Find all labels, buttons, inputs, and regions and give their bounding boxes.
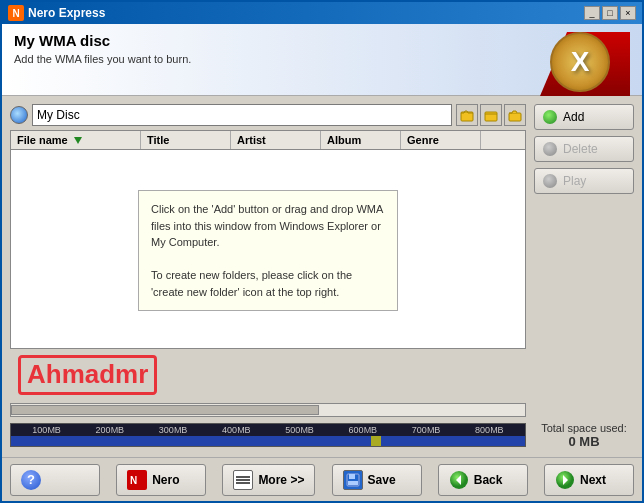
progress-bar-section: 100MB 200MB 300MB 400MB 500MB 600MB 700M… xyxy=(10,421,526,449)
help-icon: ? xyxy=(21,470,41,490)
save-button[interactable]: Save xyxy=(332,464,422,496)
hint-text: Click on the 'Add' button or drag and dr… xyxy=(151,203,383,298)
nero-icon: N xyxy=(127,470,147,490)
svg-rect-9 xyxy=(236,482,250,484)
title-bar-left: N Nero Express xyxy=(8,5,105,21)
ruler-label-200mb: 200MB xyxy=(96,425,125,435)
page-subtitle: Add the WMA files you want to burn. xyxy=(14,53,191,65)
minimize-button[interactable]: _ xyxy=(584,6,600,20)
nero-button-label: Nero xyxy=(152,473,179,487)
svg-rect-8 xyxy=(236,479,250,481)
delete-button-label: Delete xyxy=(563,142,598,156)
disc-dropdown[interactable]: My Disc xyxy=(32,104,452,126)
add-button-icon xyxy=(543,110,557,124)
add-button-label: Add xyxy=(563,110,584,124)
play-button-label: Play xyxy=(563,174,586,188)
window-controls: _ □ × xyxy=(584,6,636,20)
app-header: My WMA disc Add the WMA files you want t… xyxy=(2,24,642,96)
col-album-header: Album xyxy=(321,131,401,149)
next-button[interactable]: Next xyxy=(544,464,634,496)
more-icon xyxy=(233,470,253,490)
ruler-label-800mb: 800MB xyxy=(475,425,504,435)
next-icon xyxy=(555,470,575,490)
disc-icon xyxy=(10,106,28,124)
bottom-toolbar: ? N Nero More >> xyxy=(2,457,642,501)
scroll-thumb[interactable] xyxy=(11,405,319,415)
watermark: Ahmadmr xyxy=(10,353,526,397)
svg-rect-2 xyxy=(509,113,521,121)
more-button-label: More >> xyxy=(258,473,304,487)
header-text: My WMA disc Add the WMA files you want t… xyxy=(14,32,191,65)
delete-button-icon xyxy=(543,142,557,156)
left-panel: My Disc xyxy=(10,104,526,449)
back-button-label: Back xyxy=(474,473,503,487)
ruler-label-500mb: 500MB xyxy=(285,425,314,435)
svg-rect-1 xyxy=(485,112,497,121)
nero-button[interactable]: N Nero xyxy=(116,464,206,496)
svg-marker-3 xyxy=(74,137,82,144)
file-table: File name Title Artist Album Genre Click… xyxy=(10,130,526,349)
col-filename-header: File name xyxy=(11,131,141,149)
ruler-label-100mb: 100MB xyxy=(32,425,61,435)
app-logo: X xyxy=(550,32,630,96)
total-space-section: Total space used: 0 MB xyxy=(534,422,634,449)
window-title: Nero Express xyxy=(28,6,105,20)
app-icon: N xyxy=(8,5,24,21)
svg-text:N: N xyxy=(130,475,137,486)
open-folder-icon[interactable] xyxy=(480,104,502,126)
main-content: My Disc xyxy=(2,96,642,457)
help-button[interactable]: ? xyxy=(10,464,100,496)
delete-button[interactable]: Delete xyxy=(534,136,634,162)
back-icon xyxy=(449,470,469,490)
next-button-label: Next xyxy=(580,473,606,487)
play-button[interactable]: Play xyxy=(534,168,634,194)
svg-rect-7 xyxy=(236,476,250,478)
save-icon xyxy=(343,470,363,490)
ruler-label-700mb: 700MB xyxy=(412,425,441,435)
play-button-icon xyxy=(543,174,557,188)
ruler-label-400mb: 400MB xyxy=(222,425,251,435)
ruler-label-600mb: 600MB xyxy=(349,425,378,435)
watermark-text: Ahmadmr xyxy=(18,355,157,395)
col-genre-header: Genre xyxy=(401,131,481,149)
total-space-label: Total space used: xyxy=(534,422,634,434)
maximize-button[interactable]: □ xyxy=(602,6,618,20)
arrow-down-icon xyxy=(72,134,84,146)
folder-icon[interactable] xyxy=(504,104,526,126)
main-window: N Nero Express _ □ × My WMA disc Add the… xyxy=(0,0,644,503)
svg-rect-12 xyxy=(348,481,358,485)
ruler-ticks xyxy=(11,436,525,446)
more-button[interactable]: More >> xyxy=(222,464,315,496)
total-space-value: 0 MB xyxy=(534,434,634,449)
hint-box: Click on the 'Add' button or drag and dr… xyxy=(138,190,398,311)
title-bar: N Nero Express _ □ × xyxy=(2,2,642,24)
col-artist-header: Artist xyxy=(231,131,321,149)
save-button-label: Save xyxy=(368,473,396,487)
table-header: File name Title Artist Album Genre xyxy=(11,131,525,150)
progress-ruler: 100MB 200MB 300MB 400MB 500MB 600MB 700M… xyxy=(10,423,526,447)
svg-rect-11 xyxy=(349,474,355,479)
horizontal-scrollbar[interactable] xyxy=(10,403,526,417)
page-title: My WMA disc xyxy=(14,32,191,49)
close-button[interactable]: × xyxy=(620,6,636,20)
new-folder-icon[interactable] xyxy=(456,104,478,126)
logo-x-icon: X xyxy=(550,32,610,92)
file-table-body: Click on the 'Add' button or drag and dr… xyxy=(11,150,525,348)
ruler-labels: 100MB 200MB 300MB 400MB 500MB 600MB 700M… xyxy=(11,424,525,436)
toolbar-icons xyxy=(456,104,526,126)
back-button[interactable]: Back xyxy=(438,464,528,496)
disc-selector-row: My Disc xyxy=(10,104,526,126)
add-button[interactable]: Add xyxy=(534,104,634,130)
ruler-label-300mb: 300MB xyxy=(159,425,188,435)
col-title-header: Title xyxy=(141,131,231,149)
right-panel: Add Delete Play Total space used: 0 MB xyxy=(534,104,634,449)
